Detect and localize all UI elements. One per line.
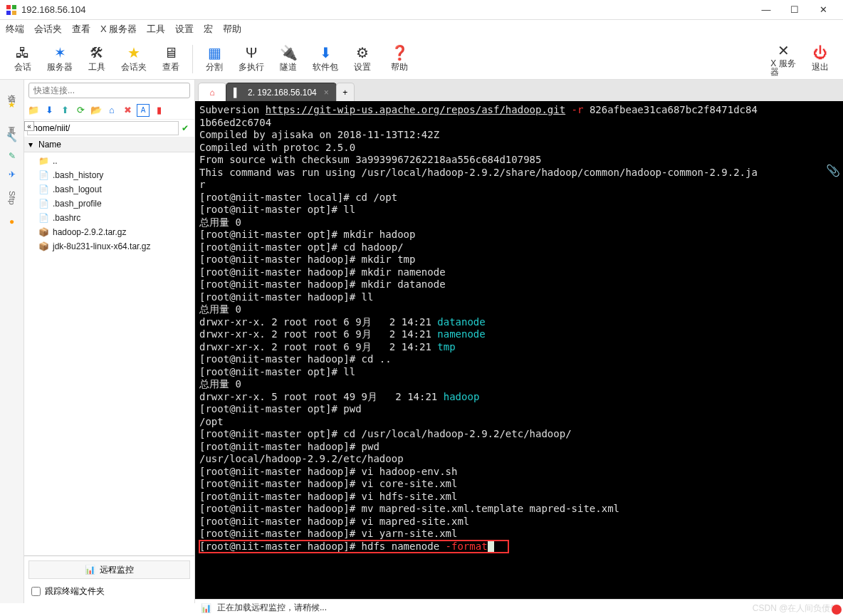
- monitor-icon: 📊: [85, 565, 95, 575]
- bookmark-icon[interactable]: ▮: [152, 104, 165, 117]
- file-icon: 📁: [38, 156, 48, 166]
- help-button[interactable]: ❓帮助: [381, 41, 418, 78]
- menu-view[interactable]: 查看: [72, 23, 90, 36]
- file-row[interactable]: 📁..: [24, 154, 194, 168]
- file-name: .bash_logout: [53, 184, 102, 194]
- file-name: .bashrc: [53, 213, 80, 223]
- tools-icon: 🛠: [90, 44, 104, 61]
- vertical-sidebar: 会话 ★ 工具 🔧 ✎ ✈ Sftp ●: [0, 80, 24, 603]
- menu-tools[interactable]: 工具: [147, 23, 165, 36]
- file-icon: 📦: [38, 241, 48, 251]
- refresh-icon[interactable]: ⟳: [74, 104, 87, 117]
- file-row[interactable]: 📄.bashrc: [24, 211, 194, 225]
- follow-checkbox-input[interactable]: [31, 587, 41, 596]
- file-name: jdk-8u231-linux-x64.tar.gz: [53, 241, 150, 251]
- file-row[interactable]: 📦jdk-8u231-linux-x64.tar.gz: [24, 239, 194, 254]
- terminal-area: ⌂ ▌ 2. 192.168.56.104 × + Subversion htt…: [195, 80, 843, 603]
- file-list-header[interactable]: ▾ Name: [24, 137, 194, 152]
- settings-button[interactable]: ⚙设置: [344, 41, 381, 78]
- menu-terminal[interactable]: 终端: [6, 23, 24, 36]
- file-name: .bash_profile: [53, 199, 102, 209]
- view-button[interactable]: 🖥查看: [152, 41, 189, 78]
- home-tab[interactable]: ⌂: [198, 83, 226, 101]
- quick-connect-input[interactable]: [28, 83, 190, 98]
- tool-icon[interactable]: 🔧: [6, 131, 19, 144]
- sort-arrow-icon: ▾: [28, 140, 38, 150]
- macro-icon[interactable]: ✎: [6, 150, 19, 162]
- power-icon: ⏻: [813, 44, 827, 61]
- file-toolbar: 📁 ⬇ ⬆ ⟳ 📂 ⌂ ✖ A ▮: [24, 101, 194, 120]
- new-folder-icon[interactable]: 📂: [90, 104, 103, 117]
- file-row[interactable]: 📦hadoop-2.9.2.tar.gz: [24, 225, 194, 239]
- upload-icon[interactable]: ⬆: [58, 104, 71, 117]
- file-list[interactable]: 📁..📄.bash_history📄.bash_logout📄.bash_pro…: [24, 152, 194, 555]
- vtab-tools[interactable]: 工具: [5, 117, 19, 125]
- multi-exec-icon: Ψ: [246, 44, 258, 61]
- star-icon[interactable]: ★: [6, 98, 19, 111]
- help-icon: ❓: [391, 44, 409, 61]
- delete-icon[interactable]: ✖: [121, 104, 134, 117]
- file-row[interactable]: 📄.bash_logout: [24, 182, 194, 197]
- file-name: .bash_history: [53, 170, 103, 180]
- terminal-tab-active[interactable]: ▌ 2. 192.168.56.104 ×: [226, 83, 337, 101]
- close-button[interactable]: ✕: [809, 0, 837, 20]
- packages-button[interactable]: ⬇软件包: [307, 41, 344, 78]
- file-icon: 📄: [38, 213, 48, 223]
- sessions-folder-button[interactable]: ★会话夹: [115, 41, 152, 78]
- view-icon: 🖥: [164, 44, 178, 61]
- maximize-button[interactable]: ☐: [780, 0, 809, 20]
- corner-badge-icon: [832, 605, 842, 615]
- file-name: hadoop-2.9.2.tar.gz: [53, 227, 126, 237]
- menu-bar: 终端 会话夹 查看 X 服务器 工具 设置 宏 帮助: [0, 20, 843, 38]
- new-tab-button[interactable]: +: [336, 83, 355, 101]
- folder-icon[interactable]: 📁: [27, 104, 40, 117]
- server-icon: ✶: [54, 44, 66, 61]
- toolbar-separator: [192, 45, 193, 73]
- path-input[interactable]: [27, 121, 179, 135]
- status-text: 正在加载远程监控，请稍候...: [217, 602, 327, 614]
- home-icon[interactable]: ⌂: [105, 104, 118, 117]
- menu-macros[interactable]: 宏: [204, 23, 213, 36]
- session-icon: 🖧: [16, 44, 30, 61]
- home-icon: ⌂: [209, 88, 214, 98]
- paper-plane-icon[interactable]: ✈: [6, 168, 19, 181]
- file-row[interactable]: 📄.bash_profile: [24, 197, 194, 211]
- circle-icon[interactable]: ●: [6, 215, 19, 228]
- svg-rect-2: [6, 11, 11, 15]
- attachment-icon[interactable]: 📎: [826, 164, 840, 177]
- terminal-output[interactable]: Subversion https://git-wip-us.apache.org…: [195, 101, 843, 603]
- menu-sessions[interactable]: 会话夹: [34, 23, 62, 36]
- column-name[interactable]: Name: [38, 140, 61, 150]
- menu-help[interactable]: 帮助: [223, 23, 241, 36]
- close-tab-icon[interactable]: ×: [324, 88, 329, 98]
- tools-button[interactable]: 🛠工具: [78, 41, 115, 78]
- vtab-sessions[interactable]: 会话: [5, 84, 19, 93]
- tunnel-button[interactable]: 🔌隧道: [270, 41, 307, 78]
- multi-exec-button[interactable]: Ψ多执行: [233, 41, 270, 78]
- minimize-button[interactable]: —: [752, 0, 780, 20]
- exit-button[interactable]: ⏻退出: [802, 41, 839, 78]
- session-button[interactable]: 🖧会话: [4, 41, 41, 78]
- title-bar: 192.168.56.104 — ☐ ✕: [0, 0, 843, 20]
- main-toolbar: 🖧会话 ✶服务器 🛠工具 ★会话夹 🖥查看 ▦分割 Ψ多执行 🔌隧道 ⬇软件包 …: [0, 38, 843, 80]
- vtab-sftp[interactable]: Sftp: [6, 187, 18, 209]
- download-icon[interactable]: ⬇: [43, 104, 56, 117]
- check-icon: ✔: [179, 123, 192, 133]
- app-icon: [6, 4, 17, 16]
- terminal-icon: ▌: [234, 88, 244, 98]
- xserver-button[interactable]: ✕X 服务 器: [765, 41, 802, 78]
- file-icon: 📦: [38, 227, 48, 237]
- remote-monitor-button[interactable]: 📊 远程监控: [28, 560, 190, 579]
- follow-terminal-checkbox[interactable]: 跟踪终端文件夹: [28, 583, 190, 599]
- split-icon: ▦: [208, 44, 221, 61]
- letter-icon[interactable]: A: [137, 104, 150, 117]
- server-button[interactable]: ✶服务器: [41, 41, 78, 78]
- x-icon: ✕: [777, 42, 790, 59]
- menu-settings[interactable]: 设置: [175, 23, 194, 36]
- menu-xserver[interactable]: X 服务器: [100, 23, 137, 36]
- file-row[interactable]: 📄.bash_history: [24, 168, 194, 182]
- gear-icon: ⚙: [356, 44, 369, 61]
- split-button[interactable]: ▦分割: [196, 41, 233, 78]
- collapse-button[interactable]: «: [24, 121, 34, 131]
- status-icon: 📊: [201, 603, 211, 613]
